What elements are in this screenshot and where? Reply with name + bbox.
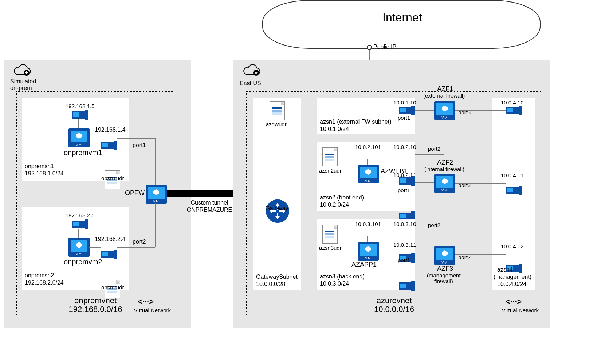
sn1-udr: opsn1udr: [101, 175, 124, 181]
public-ip-ring: [367, 45, 372, 50]
sn2-udr: opsn2udr: [101, 284, 124, 290]
nic-icon: [506, 107, 519, 114]
azsn3-port: port1: [398, 257, 410, 263]
sn2-ip1: 192.168.2.5: [66, 212, 94, 218]
azsn2-ipfw1: 10.0.2.10: [393, 144, 416, 150]
vnet-azure-tag: Virtual Network: [502, 307, 539, 313]
opfw-port1: port1: [133, 142, 146, 149]
rg-onprem-label2: on-prem: [10, 85, 32, 91]
azsn1-cidr: 10.0.1.0/24: [320, 126, 349, 132]
sn2-name: onpremsn2: [25, 272, 54, 279]
nic-icon: [399, 213, 412, 220]
line: [455, 183, 506, 184]
azsn2-port: port1: [398, 187, 410, 193]
azapp1: AZAPP1: [351, 261, 377, 269]
azsn1-port: port1: [398, 115, 410, 121]
azsn4-sub: (management): [494, 274, 531, 280]
tunnel-l2: ONPREMAZURE: [178, 207, 240, 213]
sn2-vm: onpremvm2: [64, 258, 102, 266]
azsn4-cidr: 10.0.4.0/24: [497, 281, 526, 288]
route-table-icon: [322, 147, 338, 166]
vm-icon-azf2: [434, 174, 455, 193]
subnet-onpremsn1: 192.168.1.5 onpremvm1 192.168.1.4 onprem…: [22, 98, 129, 181]
azsn3udr: azsn3udr: [319, 245, 342, 251]
nic-icon: [72, 111, 85, 119]
nic-icon: [506, 187, 519, 194]
azf3-sub: (management: [427, 272, 461, 278]
gateway-subnet: azgwudr Gateway GatewaySubnet 10.0.0.0/2…: [253, 98, 301, 290]
sn2-ip2: 192.168.2.4: [95, 236, 126, 242]
gwsubnet-name: GatewaySubnet: [256, 274, 298, 280]
line: [415, 154, 444, 155]
azsn3-ipfw1: 10.0.3.10: [393, 221, 416, 227]
azf1-name: AZF1: [437, 85, 453, 93]
line: [415, 182, 434, 183]
vnet-azure-name: azurevnet: [247, 296, 542, 305]
route-table-icon: [270, 101, 285, 120]
nic-icon: [399, 177, 412, 185]
nic-icon: [72, 221, 85, 228]
internet-label: Internet: [382, 11, 422, 24]
azsn2-ipfw2: 10.0.2.11: [393, 172, 416, 178]
azf3-sub2: firewall): [434, 278, 453, 284]
azsn2-cidr: 10.0.2.0/24: [320, 202, 349, 208]
azsn2-title: azsn2 (front end): [320, 194, 364, 201]
subnet-onpremsn2: 192.168.2.5 onpremvm2 192.168.2.4 onprem…: [22, 207, 129, 290]
line: [155, 203, 156, 247]
subnet-azsn4: 10.0.4.10 10.0.4.11 10.0.4.12 azsn4 (man…: [492, 98, 535, 290]
azsn3-title: azsn3 (back end): [320, 273, 365, 280]
vnet-icon: <···>: [138, 297, 154, 306]
azsn2udr: azsn2udr: [319, 167, 342, 174]
nic-icon: [399, 282, 412, 290]
azsn1-ip: 10.0.1.10: [393, 99, 416, 106]
line: [455, 254, 506, 255]
azf1-port2: port2: [428, 146, 440, 152]
vm-icon: [68, 238, 90, 257]
subnet-azsn3: azsn3udr 10.0.3.101 AZAPP1 10.0.3.10 10.…: [317, 219, 415, 290]
vm-icon: [68, 128, 90, 147]
sn1-name: onpremsn1: [25, 163, 54, 170]
azsn1-title: azsn1 (external FW subnet): [320, 119, 392, 125]
route-table-icon: [322, 225, 338, 244]
line: [367, 236, 368, 242]
azf3-name: AZF3: [437, 265, 453, 273]
vnet-onprem-tag: Virtual Network: [134, 307, 171, 313]
line: [367, 159, 368, 165]
line: [78, 229, 79, 238]
azsn2-ip-nic1: 10.0.2.101: [355, 144, 381, 150]
sn1-vm: onpremvm1: [64, 149, 102, 157]
nic-icon: [101, 251, 114, 258]
line: [444, 192, 444, 232]
azsn4-ip3: 10.0.4.12: [501, 243, 524, 249]
opfw-label: OPFW: [125, 189, 145, 197]
line: [444, 119, 444, 154]
line: [78, 119, 79, 128]
sn1-ip1: 192.168.1.5: [66, 103, 94, 109]
azsn4-title: azsn4: [497, 266, 513, 273]
cloud-download-icon: [13, 64, 32, 77]
sn1-ip2: 192.168.1.4: [95, 127, 126, 133]
line: [155, 138, 156, 185]
line: [455, 110, 506, 111]
sn1-cidr: 192.168.1.0/24: [25, 170, 64, 177]
line: [89, 138, 101, 138]
azf1-sub: (external firewall): [423, 92, 465, 99]
vm-icon-azf1: [434, 101, 455, 120]
vm-icon: [358, 165, 379, 183]
cloud-download-icon: [242, 64, 261, 77]
subnet-azsn2: azsn2udr 10.0.2.101 AZWEB1 10.0.2.10 10.…: [317, 142, 415, 211]
azsn3-ip-nic1: 10.0.3.101: [355, 221, 381, 227]
azf2-port2: port2: [428, 222, 440, 228]
line: [415, 110, 434, 111]
line: [89, 247, 101, 248]
vm-icon-opfw: [146, 185, 167, 204]
nic-icon: [399, 107, 412, 114]
line: [415, 232, 444, 232]
gateway-label: Gateway: [253, 205, 301, 212]
subnet-azsn1: azsn1 (external FW subnet) 10.0.1.0/24 1…: [317, 98, 415, 134]
line: [117, 247, 155, 248]
vm-icon: [358, 242, 379, 261]
azf3-port2: port2: [458, 254, 471, 260]
gwsubnet-cidr: 10.0.0.0/28: [256, 281, 285, 288]
azgwudr: azgwudr: [266, 121, 287, 127]
